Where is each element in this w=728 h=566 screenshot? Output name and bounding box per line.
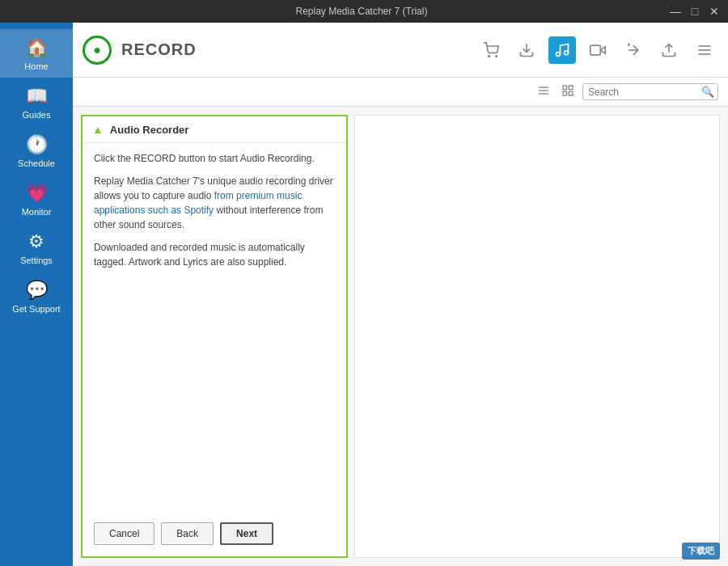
recorder-card-footer: Cancel Back Next bbox=[83, 514, 346, 556]
sidebar: 🏠 Home 📖 Guides 🕐 Schedule 💗 Monitor ⚙ S… bbox=[0, 23, 73, 566]
sidebar-item-schedule[interactable]: 🕐 Schedule bbox=[0, 126, 73, 175]
svg-rect-18 bbox=[563, 91, 567, 95]
svg-rect-17 bbox=[569, 86, 573, 90]
monitor-icon: 💗 bbox=[26, 183, 48, 204]
download-button[interactable] bbox=[513, 36, 540, 64]
svg-rect-16 bbox=[563, 86, 567, 90]
svg-rect-6 bbox=[590, 45, 601, 55]
titlebar: Replay Media Catcher 7 (Trial) — □ ✕ bbox=[0, 0, 728, 23]
main-panel: ▲ Audio Recorder Click the RECORD button… bbox=[73, 107, 728, 566]
sidebar-item-settings[interactable]: ⚙ Settings bbox=[0, 223, 73, 272]
app-container: 🏠 Home 📖 Guides 🕐 Schedule 💗 Monitor ⚙ S… bbox=[0, 23, 728, 566]
restore-button[interactable]: □ bbox=[688, 4, 702, 19]
recorder-card-header: ▲ Audio Recorder bbox=[83, 116, 346, 143]
video-button[interactable] bbox=[584, 36, 612, 64]
toolbar-icons bbox=[477, 36, 718, 64]
search-icon: 🔍 bbox=[701, 86, 714, 98]
upload-button[interactable] bbox=[655, 36, 683, 64]
recorder-card-body: Click the RECORD button to start Audio R… bbox=[83, 143, 346, 514]
watermark: 下载吧 bbox=[682, 543, 720, 560]
get-support-icon: 💬 bbox=[26, 280, 48, 301]
secondary-bar: 🔍 bbox=[73, 78, 728, 107]
list-view-button[interactable] bbox=[534, 82, 553, 103]
back-button[interactable]: Back bbox=[161, 522, 214, 545]
sidebar-item-monitor[interactable]: 💗 Monitor bbox=[0, 175, 73, 223]
svg-point-4 bbox=[565, 50, 569, 54]
chevron-up-icon: ▲ bbox=[92, 123, 104, 136]
guides-icon: 📖 bbox=[26, 86, 48, 107]
music-button[interactable] bbox=[548, 36, 576, 64]
schedule-icon: 🕐 bbox=[26, 134, 48, 155]
home-icon: 🏠 bbox=[26, 37, 48, 58]
content-area: ● RECORD bbox=[73, 23, 728, 566]
toolbar: ● RECORD bbox=[73, 23, 728, 78]
close-button[interactable]: ✕ bbox=[707, 4, 722, 19]
record-title: RECORD bbox=[121, 40, 197, 59]
sidebar-item-home[interactable]: 🏠 Home bbox=[0, 29, 73, 78]
sidebar-item-get-support[interactable]: 💬 Get Support bbox=[0, 272, 73, 320]
recorder-para3: Downloaded and recorded music is automat… bbox=[94, 240, 335, 269]
next-button[interactable]: Next bbox=[220, 522, 273, 545]
svg-point-0 bbox=[489, 55, 490, 57]
recorder-para2: Replay Media Catcher 7's unique audio re… bbox=[94, 174, 335, 232]
sidebar-label-schedule: Schedule bbox=[18, 158, 55, 168]
sidebar-label-home: Home bbox=[24, 61, 48, 71]
search-box: 🔍 bbox=[582, 83, 718, 100]
record-circle-icon: ● bbox=[93, 43, 101, 57]
sidebar-label-guides: Guides bbox=[23, 110, 51, 120]
svg-point-3 bbox=[557, 52, 561, 56]
recorder-para1: Click the RECORD button to start Audio R… bbox=[94, 151, 335, 166]
settings-icon: ⚙ bbox=[28, 231, 44, 252]
hamburger-menu-button[interactable] bbox=[691, 36, 718, 64]
titlebar-title: Replay Media Catcher 7 (Trial) bbox=[55, 6, 668, 17]
cancel-button[interactable]: Cancel bbox=[94, 522, 154, 545]
recorder-card: ▲ Audio Recorder Click the RECORD button… bbox=[81, 115, 348, 558]
titlebar-controls: — □ ✕ bbox=[668, 4, 722, 19]
record-icon-wrap: ● bbox=[83, 36, 112, 65]
svg-rect-19 bbox=[569, 91, 573, 95]
search-input[interactable] bbox=[588, 87, 701, 98]
grid-view-button[interactable] bbox=[558, 82, 578, 103]
sidebar-label-get-support: Get Support bbox=[12, 304, 60, 314]
sidebar-item-guides[interactable]: 📖 Guides bbox=[0, 78, 73, 126]
watermark-area: 下载吧 bbox=[682, 543, 720, 560]
sidebar-label-settings: Settings bbox=[20, 256, 53, 265]
right-panel bbox=[354, 115, 720, 558]
convert-button[interactable] bbox=[620, 36, 647, 64]
svg-point-1 bbox=[496, 55, 497, 57]
recorder-card-title: Audio Recorder bbox=[110, 124, 189, 136]
sidebar-label-monitor: Monitor bbox=[22, 207, 52, 217]
svg-marker-5 bbox=[600, 46, 605, 53]
cart-button[interactable] bbox=[477, 36, 505, 64]
minimize-button[interactable]: — bbox=[668, 4, 683, 19]
